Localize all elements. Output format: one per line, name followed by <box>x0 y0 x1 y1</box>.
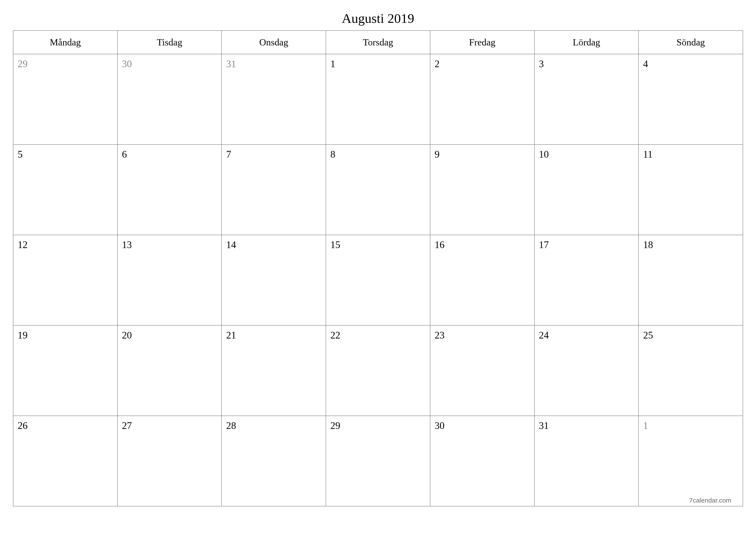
calendar-day-cell: 25 <box>638 325 743 416</box>
weekday-header: Fredag <box>430 31 534 54</box>
calendar-day-cell: 11 <box>638 144 743 235</box>
calendar-day-cell: 12 <box>13 235 118 325</box>
calendar-day-cell: 1 <box>638 416 743 506</box>
calendar-day-cell: 19 <box>13 325 118 416</box>
calendar-day-cell: 16 <box>430 235 534 325</box>
calendar-day-cell: 15 <box>326 235 430 325</box>
calendar-day-cell: 29 <box>326 416 430 506</box>
calendar-title: Augusti 2019 <box>13 11 743 26</box>
calendar-day-cell: 1 <box>326 54 430 144</box>
calendar-day-cell: 14 <box>222 235 326 325</box>
calendar-day-cell: 18 <box>638 235 743 325</box>
calendar-day-cell: 13 <box>118 235 222 325</box>
calendar-day-cell: 20 <box>118 325 222 416</box>
calendar-day-cell: 21 <box>222 325 326 416</box>
calendar-day-cell: 2 <box>430 54 534 144</box>
calendar-body: 2930311234567891011121314151617181920212… <box>13 54 743 506</box>
weekday-header: Lördag <box>534 31 639 54</box>
calendar-day-cell: 27 <box>118 416 222 506</box>
weekday-header-row: Måndag Tisdag Onsdag Torsdag Fredag Lörd… <box>13 31 743 54</box>
calendar-day-cell: 28 <box>222 416 326 506</box>
weekday-header: Onsdag <box>222 31 326 54</box>
calendar-week-row: 2627282930311 <box>13 416 743 506</box>
calendar-day-cell: 17 <box>534 235 639 325</box>
calendar-day-cell: 24 <box>534 325 639 416</box>
calendar-day-cell: 29 <box>13 54 118 144</box>
calendar-table: Måndag Tisdag Onsdag Torsdag Fredag Lörd… <box>13 30 743 506</box>
calendar-week-row: 19202122232425 <box>13 325 743 416</box>
calendar-day-cell: 22 <box>326 325 430 416</box>
weekday-header: Måndag <box>13 31 118 54</box>
calendar-day-cell: 31 <box>222 54 326 144</box>
calendar-day-cell: 23 <box>430 325 534 416</box>
calendar-day-cell: 5 <box>13 144 118 235</box>
footer-credit: 7calendar.com <box>689 497 731 504</box>
calendar-week-row: 2930311234 <box>13 54 743 144</box>
weekday-header: Torsdag <box>326 31 430 54</box>
calendar-day-cell: 31 <box>534 416 639 506</box>
calendar-day-cell: 4 <box>638 54 743 144</box>
calendar-day-cell: 10 <box>534 144 639 235</box>
calendar-day-cell: 9 <box>430 144 534 235</box>
calendar-day-cell: 8 <box>326 144 430 235</box>
weekday-header: Tisdag <box>118 31 222 54</box>
calendar-week-row: 12131415161718 <box>13 235 743 325</box>
calendar-day-cell: 7 <box>222 144 326 235</box>
calendar-day-cell: 3 <box>534 54 639 144</box>
calendar-day-cell: 26 <box>13 416 118 506</box>
calendar-week-row: 567891011 <box>13 144 743 235</box>
calendar-day-cell: 30 <box>430 416 534 506</box>
calendar-day-cell: 30 <box>118 54 222 144</box>
weekday-header: Söndag <box>638 31 743 54</box>
calendar-day-cell: 6 <box>118 144 222 235</box>
